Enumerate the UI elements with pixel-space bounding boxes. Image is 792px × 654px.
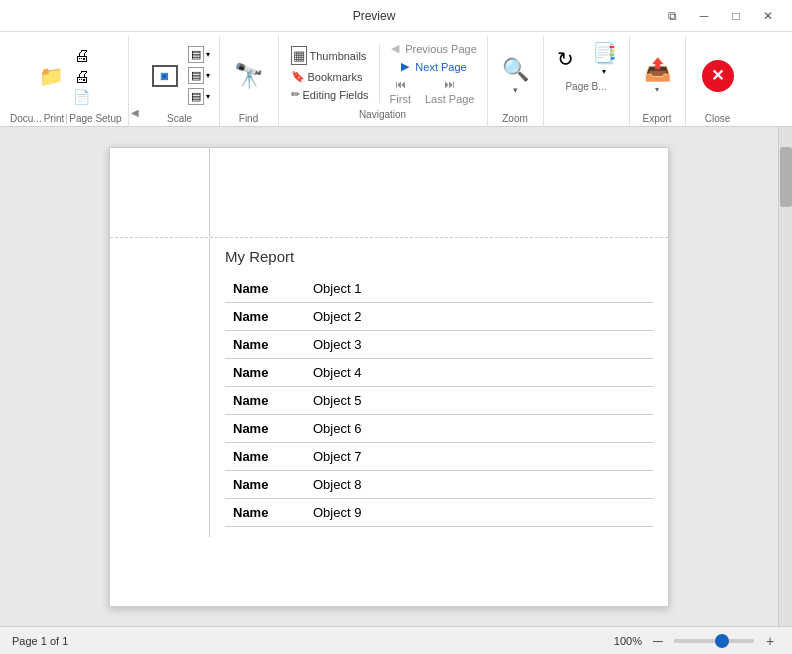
zoom-slider[interactable] (674, 639, 754, 643)
zoom-level: 100% (614, 635, 642, 647)
row-value: Object 1 (305, 275, 653, 303)
row-value: Object 4 (305, 359, 653, 387)
window-title: Preview (90, 9, 658, 23)
zoom-slider-thumb[interactable] (715, 634, 729, 648)
close-x-icon: ✕ (711, 66, 724, 85)
row-label: Name (225, 331, 305, 359)
zoom-label: Zoom (502, 113, 528, 124)
title-bar: Preview ⧉ ─ □ ✕ (0, 0, 792, 32)
scrollbar[interactable] (778, 127, 792, 626)
window-minimize-button[interactable]: ─ (690, 6, 718, 26)
table-row: NameObject 8 (225, 471, 653, 499)
page-content-area: My Report NameObject 1NameObject 2NameOb… (110, 238, 668, 537)
toolbar-group-navigation: ▦ Thumbnails 🔖 Bookmarks ✏ Editing Field… (279, 36, 488, 126)
page-button[interactable]: 📄 (69, 88, 95, 106)
row-label: Name (225, 359, 305, 387)
print-button-bottom[interactable]: 🖨 (69, 67, 95, 87)
table-row: NameObject 4 (225, 359, 653, 387)
bookmarks-label: Bookmarks (308, 71, 363, 83)
toolbar-group-close: ✕ Close (686, 36, 750, 126)
close-circle: ✕ (702, 60, 734, 92)
last-page-icon: ⏭ (444, 78, 455, 90)
report-table: NameObject 1NameObject 2NameObject 3Name… (225, 275, 653, 527)
document-buttons: 📁 🖨 🖨 📄 (37, 38, 95, 113)
row-label: Name (225, 415, 305, 443)
pageb-button[interactable]: ↻ (550, 44, 582, 74)
window-restore-button[interactable]: ⧉ (658, 6, 686, 26)
prev-page-row: ◀ Previous Page (387, 40, 477, 57)
scrollbar-thumb[interactable] (780, 147, 792, 207)
first-page-button[interactable]: ⏮ First (386, 76, 415, 107)
editing-fields-button[interactable]: ✏ Editing Fields (287, 86, 373, 103)
export-chevron: ▾ (655, 85, 659, 94)
page-icon: 📄 (73, 89, 90, 105)
thumbnails-button[interactable]: ▦ Thumbnails (287, 44, 373, 67)
print-preview-icon: 🖨 (74, 68, 90, 86)
zoom-button[interactable]: 🔍 ▾ (496, 38, 535, 113)
toolbar-group-pageb: ↻ 📑 ▾ Page B... (544, 36, 630, 126)
scale-sub-icon-2: ▤ (188, 67, 204, 84)
scale-chevron-1: ▾ (206, 50, 210, 59)
page-main-content: My Report NameObject 1NameObject 2NameOb… (210, 238, 668, 537)
row-label: Name (225, 499, 305, 527)
page-document: My Report NameObject 1NameObject 2NameOb… (109, 147, 669, 607)
row-label: Name (225, 387, 305, 415)
status-bar: Page 1 of 1 100% ─ + (0, 626, 792, 654)
print-button-top[interactable]: 🖨 (69, 46, 95, 66)
next-page-label: Next Page (415, 61, 466, 73)
nav-sub-group: ▦ Thumbnails 🔖 Bookmarks ✏ Editing Field… (287, 44, 380, 103)
table-row: NameObject 9 (225, 499, 653, 527)
window-controls: ⧉ ─ □ ✕ (658, 6, 782, 26)
first-last-row: ⏮ First ⏭ Last Page (386, 76, 479, 107)
pageb-top: ↻ 📑 ▾ (550, 38, 623, 79)
zoom-in-button[interactable]: + (760, 631, 780, 651)
zoom-icon: 🔍 (502, 57, 529, 83)
close-button[interactable]: ✕ (696, 38, 740, 113)
bookmarks-button[interactable]: 🔖 Bookmarks (287, 68, 373, 85)
pagesetup-label: Page Setup (69, 113, 121, 124)
table-row: NameObject 2 (225, 303, 653, 331)
table-row: NameObject 3 (225, 331, 653, 359)
window-maximize-button[interactable]: □ (722, 6, 750, 26)
scale-sub-1[interactable]: ▤ ▾ (185, 45, 213, 64)
row-label: Name (225, 471, 305, 499)
refresh-icon: ↻ (557, 47, 574, 71)
export-button[interactable]: 📤 ▾ (638, 38, 677, 113)
scale-button[interactable]: ▣ (147, 63, 183, 89)
last-page-button[interactable]: ⏭ Last Page (421, 76, 479, 107)
first-page-icon: ⏮ (395, 78, 406, 90)
next-page-button[interactable]: ▶ (397, 58, 413, 75)
zoom-out-button[interactable]: ─ (648, 631, 668, 651)
row-value: Object 8 (305, 471, 653, 499)
row-value: Object 9 (305, 499, 653, 527)
find-button[interactable]: 🔭 (228, 38, 270, 113)
toolbar-group-scale: ▣ ▤ ▾ ▤ ▾ ▤ ▾ Scale (141, 36, 220, 126)
collapse-arrow[interactable]: ◀ (129, 36, 141, 126)
pageb-sub-button[interactable]: 📑 ▾ (586, 38, 623, 79)
row-value: Object 3 (305, 331, 653, 359)
scale-sub-3[interactable]: ▤ ▾ (185, 87, 213, 106)
last-page-label: Last Page (425, 93, 475, 105)
export-label: Export (643, 113, 672, 124)
toolbar-group-export: 📤 ▾ Export (630, 36, 686, 126)
scale-buttons: ▣ ▤ ▾ ▤ ▾ ▤ ▾ (147, 38, 213, 113)
table-row: NameObject 5 (225, 387, 653, 415)
row-value: Object 7 (305, 443, 653, 471)
window-close-button[interactable]: ✕ (754, 6, 782, 26)
toolbar: 📁 🖨 🖨 📄 Docu... Print Page Setup ◀ (0, 32, 792, 127)
binoculars-icon: 🔭 (234, 62, 264, 90)
page-header-right (210, 148, 668, 237)
pageb-icon: 📑 (592, 41, 617, 65)
row-value: Object 2 (305, 303, 653, 331)
doc-label: Docu... (10, 113, 42, 124)
page-canvas[interactable]: My Report NameObject 1NameObject 2NameOb… (0, 127, 778, 626)
pageb-chevron: ▾ (602, 67, 606, 76)
next-page-row: ▶ Next Page (397, 58, 466, 75)
scale-sub-2[interactable]: ▤ ▾ (185, 66, 213, 85)
page-header-left (110, 148, 210, 237)
doc-button[interactable]: 📁 (37, 62, 67, 90)
toolbar-group-find: 🔭 Find (220, 36, 279, 126)
page-header (110, 148, 668, 238)
bookmarks-icon: 🔖 (291, 70, 305, 83)
prev-page-button[interactable]: ◀ (387, 40, 403, 57)
